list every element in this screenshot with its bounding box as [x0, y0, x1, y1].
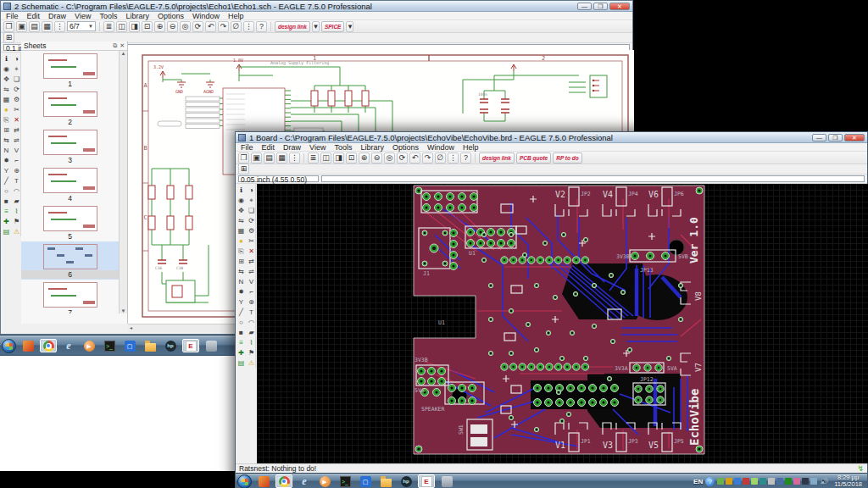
zoom-fit-icon[interactable]: ⊡	[142, 21, 153, 32]
layer-settings-icon[interactable]: ≣	[308, 152, 319, 164]
text-icon[interactable]: T	[12, 176, 21, 186]
add-icon[interactable]: ⊞	[2, 125, 11, 135]
terminal-icon[interactable]: >_	[101, 339, 118, 352]
menu-options[interactable]: Options	[158, 12, 184, 20]
divider-dots-icon[interactable]: ⋮	[289, 152, 300, 164]
cut-icon[interactable]: ✂	[247, 236, 256, 246]
arc-icon[interactable]: ◠	[247, 318, 256, 327]
minimize-button[interactable]: —	[812, 134, 826, 141]
label-icon[interactable]: ⚑	[247, 348, 256, 358]
tray-mini-icon-5[interactable]	[760, 478, 766, 485]
bus-icon[interactable]: ≡	[2, 207, 11, 216]
display-icon[interactable]: ◫	[320, 152, 331, 164]
value-icon[interactable]: V	[247, 277, 256, 286]
sheet-item-1[interactable]: 1	[21, 51, 119, 89]
menu-library[interactable]: Library	[125, 12, 149, 20]
value-icon[interactable]: V	[12, 146, 21, 155]
tray-mini-icon-7[interactable]	[776, 478, 783, 485]
maximize-button[interactable]: ❐	[828, 134, 843, 141]
schematic-titlebar[interactable]: 2 Schematic - C:\Program Files\EAGLE-7.5…	[1, 1, 632, 12]
invoke-icon[interactable]: ⊕	[12, 166, 21, 175]
mirror-icon[interactable]: ⇋	[236, 216, 246, 225]
stop-icon[interactable]: ∅	[435, 152, 446, 164]
help-icon[interactable]: ?	[460, 152, 471, 164]
menu-draw[interactable]: Draw	[48, 12, 66, 20]
open-icon[interactable]: ❐	[238, 152, 249, 164]
sheet-item-5[interactable]: 5	[21, 203, 119, 241]
media-player-icon[interactable]: ▶	[81, 339, 97, 352]
export-image-icon[interactable]: ▦	[42, 21, 53, 32]
mark-icon[interactable]: ⌖	[12, 64, 21, 74]
rect-icon[interactable]: ■	[2, 197, 11, 206]
menu-tools[interactable]: Tools	[99, 12, 117, 20]
menu-options[interactable]: Options	[392, 143, 419, 152]
close-panel-icon[interactable]: ✕	[120, 42, 125, 49]
zoom-out-icon[interactable]: ⊖	[371, 152, 382, 164]
minimize-button[interactable]: —	[577, 3, 592, 10]
grid-button[interactable]: ⊞	[3, 32, 14, 43]
undock-icon[interactable]: ⧉	[113, 42, 117, 49]
go-icon[interactable]: ⋮	[448, 152, 459, 164]
help-icon[interactable]: ?	[256, 21, 267, 32]
split-icon[interactable]: Y	[236, 297, 246, 307]
polygon-icon[interactable]: ▰	[247, 328, 256, 337]
menu-view[interactable]: View	[309, 143, 326, 152]
text-icon[interactable]: T	[247, 308, 256, 317]
zoom-in-icon[interactable]: ⊕	[154, 21, 165, 32]
change-icon[interactable]: ⚙	[12, 95, 21, 104]
erc-icon[interactable]: ⚠	[247, 358, 256, 368]
menu-window[interactable]: Window	[192, 12, 220, 20]
wire-icon[interactable]: ╱	[236, 308, 246, 317]
gateswap-icon[interactable]: ⇌	[12, 136, 21, 145]
settings-app-icon[interactable]	[203, 339, 220, 352]
tray-mini-icon-8[interactable]	[785, 478, 792, 485]
media-center-icon[interactable]	[19, 339, 36, 352]
language-indicator[interactable]: EN	[693, 478, 703, 485]
explorer-icon[interactable]	[377, 474, 394, 488]
circle-icon[interactable]: ○	[2, 186, 11, 196]
start-button[interactable]	[237, 474, 252, 488]
stop-icon[interactable]: ∅	[231, 21, 242, 32]
board-titlebar[interactable]: 1 Board - C:\Program Files\EAGLE-7.5.0\p…	[236, 132, 867, 143]
zoom-out-icon[interactable]: ⊖	[167, 21, 178, 32]
menu-view[interactable]: View	[75, 12, 91, 20]
copy-icon[interactable]: ❏	[12, 75, 21, 84]
dev-app-icon[interactable]: ▢	[357, 474, 374, 488]
volume-icon[interactable]: 🔊	[820, 478, 828, 485]
show-icon[interactable]: ◉	[236, 196, 246, 205]
menu-file[interactable]: File	[6, 12, 19, 20]
spice-button[interactable]: SPICE	[321, 21, 345, 32]
print-icon[interactable]: ▤	[264, 152, 275, 164]
replace-icon[interactable]: ⇆	[236, 267, 246, 276]
tray-mini-icon-1[interactable]	[726, 478, 732, 485]
close-button[interactable]: ✕	[844, 134, 865, 141]
maximize-button[interactable]: ❐	[593, 3, 608, 10]
menu-file[interactable]: File	[241, 143, 253, 152]
clock[interactable]: 8:29 μμ11/5/2018	[831, 474, 865, 488]
wire-icon[interactable]: ╱	[2, 176, 11, 186]
rp-todo-button[interactable]: RP to do	[553, 152, 581, 164]
menu-library[interactable]: Library	[360, 143, 384, 152]
dev-app-icon[interactable]: ▢	[121, 339, 138, 352]
undo-icon[interactable]: ↶	[409, 152, 420, 164]
arc-icon[interactable]: ◠	[12, 186, 21, 196]
display-icon[interactable]: ◑	[247, 186, 256, 195]
display-icon[interactable]: ◑	[12, 54, 21, 64]
tray-mini-icon-11[interactable]	[810, 478, 817, 485]
pinswap-icon[interactable]: ⇄	[12, 125, 21, 135]
sheet-icon[interactable]: ▤	[236, 358, 246, 368]
tray-mini-icon-10[interactable]	[802, 478, 809, 485]
miter-icon[interactable]: ⌐	[247, 287, 256, 297]
move-icon[interactable]: ✥	[236, 206, 246, 215]
settings-app-icon[interactable]	[438, 474, 455, 488]
undo-icon[interactable]: ↶	[205, 21, 216, 32]
sheet-select-dropdown[interactable]: 6/7▼	[67, 21, 96, 31]
tray-mini-icon-9[interactable]	[793, 478, 800, 485]
sheet-item-3[interactable]: 3	[21, 127, 119, 165]
smash-icon[interactable]: ✸	[236, 287, 246, 297]
paint-icon[interactable]: ●	[236, 236, 246, 246]
menu-edit[interactable]: Edit	[27, 12, 41, 20]
grid-style-icon[interactable]: ◨	[333, 152, 344, 164]
grid-button[interactable]: ⊞	[238, 164, 249, 175]
erc-icon[interactable]: ⚠	[12, 227, 21, 236]
